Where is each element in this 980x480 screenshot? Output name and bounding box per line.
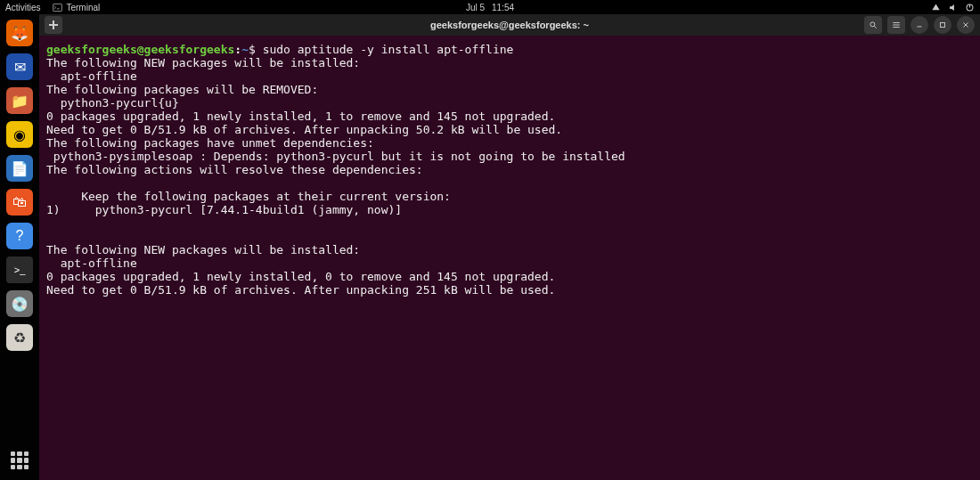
terminal-window: geeksforgeeks@geeksforgeeks: ~ geeksforg…: [39, 14, 980, 480]
dock-app-rhythmbox[interactable]: ◉: [6, 121, 33, 148]
dock-app-software[interactable]: 🛍: [6, 189, 33, 216]
command-text: sudo aptitude -y install apt-offline: [263, 43, 514, 56]
output-line: Need to get 0 B/51.9 kB of archives. Aft…: [46, 123, 562, 136]
network-icon: [931, 3, 941, 12]
terminal-icon: [53, 3, 62, 12]
search-button[interactable]: [864, 16, 882, 34]
output-line: The following packages will be REMOVED:: [46, 83, 318, 96]
activities-button[interactable]: Activities: [5, 3, 40, 12]
output-line: The following packages have unmet depend…: [46, 136, 374, 150]
dock-app-disks[interactable]: 💿: [6, 290, 33, 317]
window-titlebar: geeksforgeeks@geeksforgeeks: ~: [39, 14, 980, 36]
system-tray[interactable]: [931, 3, 975, 12]
dock: 🦊 ✉ 📁 ◉ 📄 🛍 ? >_ 💿 ♻: [0, 14, 39, 480]
prompt-sigil: $: [249, 43, 256, 56]
svg-point-3: [870, 22, 875, 27]
hamburger-menu-button[interactable]: [887, 16, 905, 34]
volume-icon: [948, 3, 958, 12]
dock-app-trash[interactable]: ♻: [6, 324, 33, 351]
svg-rect-6: [941, 23, 945, 28]
dock-app-writer[interactable]: 📄: [6, 155, 33, 182]
output-line: apt-offline: [46, 256, 137, 270]
dock-app-firefox[interactable]: 🦊: [6, 20, 33, 46]
prompt-sep: :: [234, 43, 241, 56]
output-line: 1) python3-pycurl [7.44.1-4build1 (jammy…: [46, 203, 402, 216]
svg-rect-0: [53, 4, 62, 11]
output-line: apt-offline: [46, 69, 137, 83]
time-label: 11:54: [492, 3, 514, 12]
gnome-top-panel: Activities Terminal Jul 5 11:54: [0, 0, 980, 14]
new-tab-button[interactable]: [45, 16, 62, 34]
clock[interactable]: Jul 5 11:54: [466, 3, 514, 12]
output-line: 0 packages upgraded, 1 newly installed, …: [46, 110, 555, 123]
svg-line-4: [874, 26, 877, 28]
date-label: Jul 5: [466, 3, 485, 12]
appmenu-label: Terminal: [66, 3, 100, 12]
prompt-user: geeksforgeeks@geeksforgeeks: [46, 43, 234, 56]
close-button[interactable]: [957, 16, 975, 34]
output-line: python3-pysimplesoap : Depends: python3-…: [46, 150, 625, 163]
maximize-button[interactable]: [934, 16, 951, 34]
output-line: python3-pycurl{u}: [46, 96, 179, 110]
dock-app-thunderbird[interactable]: ✉: [6, 53, 33, 80]
minimize-button[interactable]: [911, 16, 928, 34]
power-icon: [965, 3, 975, 12]
output-line: The following NEW packages will be insta…: [46, 56, 360, 69]
show-applications-button[interactable]: [11, 452, 29, 469]
output-line: 0 packages upgraded, 1 newly installed, …: [46, 270, 555, 283]
dock-app-terminal[interactable]: >_: [6, 256, 33, 283]
dock-app-help[interactable]: ?: [6, 223, 33, 249]
output-line: Need to get 0 B/51.9 kB of archives. Aft…: [46, 283, 555, 297]
window-title: geeksforgeeks@geeksforgeeks: ~: [430, 20, 589, 30]
dock-app-files[interactable]: 📁: [6, 87, 33, 114]
output-line: Keep the following packages at their cur…: [46, 190, 451, 203]
appmenu-terminal[interactable]: Terminal: [53, 3, 100, 12]
prompt-path: ~: [241, 43, 249, 56]
terminal-viewport[interactable]: geeksforgeeks@geeksforgeeks:~$ sudo apti…: [39, 36, 980, 480]
output-line: The following actions will resolve these…: [46, 163, 423, 176]
output-line: The following NEW packages will be insta…: [46, 243, 360, 256]
